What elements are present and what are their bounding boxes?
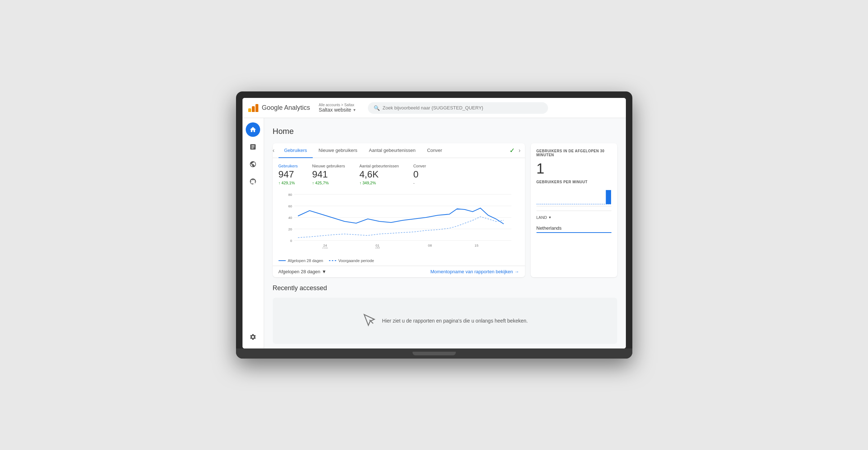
realtime-card: GEBRUIKERS IN DE AFGELOPEN 30 MINUTEN 1 … — [531, 143, 617, 277]
legend-current-label: Afgelopen 28 dagen — [288, 258, 323, 263]
legend-current: Afgelopen 28 dagen — [279, 258, 323, 263]
svg-text:20: 20 — [288, 228, 292, 231]
ga-logo-icon — [248, 104, 258, 112]
legend-previous-label: Voorgaande periode — [338, 258, 374, 263]
check-icon: ✓ — [509, 147, 515, 154]
legend-previous: Voorgaande periode — [329, 258, 374, 263]
tab-nieuwe-gebruikers[interactable]: Nieuwe gebruikers — [313, 143, 363, 158]
rt-per-minute-title: GEBRUIKERS PER MINUUT — [537, 180, 611, 184]
recently-accessed-empty-text: Hier ziet u de rapporten en pagina's die… — [382, 318, 528, 324]
chart-legend: Afgelopen 28 dagen Voorgaande periode — [273, 256, 525, 266]
search-icon: 🔍 — [374, 105, 380, 111]
metric-change-3: - — [413, 181, 426, 185]
report-link[interactable]: Momentopname van rapporten bekijken → — [430, 269, 519, 274]
metric-value-1: 941 — [312, 169, 345, 180]
rt-divider — [537, 211, 611, 211]
metric-change-0: ↑ 429,1% — [279, 181, 298, 185]
tab-conver[interactable]: Conver — [421, 143, 448, 158]
sidebar-item-advertising[interactable] — [246, 174, 260, 189]
breadcrumb: Alle accounts > Saltax Saltax website ▼ — [319, 103, 356, 113]
period-label: Afgelopen 28 dagen — [279, 269, 320, 274]
metric-gebeurtenissen: Aantal gebeurtenissen 4,6K ↑ 349,2% — [359, 164, 399, 185]
metric-label-0: Gebruikers — [279, 164, 298, 168]
svg-rect-17 — [606, 190, 611, 204]
chart-area: 80 60 40 20 0 24 sep 01 okt 08 — [273, 191, 525, 256]
nav-left-icon[interactable]: ‹ — [273, 146, 276, 155]
line-chart: 80 60 40 20 0 24 sep 01 okt 08 — [279, 191, 519, 248]
legend-line-dashed — [329, 260, 336, 261]
stats-tabs: ‹ Gebruikers Nieuwe gebruikers Aantal ge… — [273, 143, 525, 158]
chevron-down-icon-small: ▼ — [548, 216, 552, 219]
breadcrumb-main-label: Saltax website — [319, 107, 351, 113]
arrow-right-icon: → — [515, 269, 519, 274]
sidebar-item-settings[interactable] — [246, 330, 260, 344]
cursor-icon — [362, 312, 376, 329]
metric-conver: Conver 0 - — [413, 164, 426, 185]
rt-chart-svg — [537, 188, 611, 206]
app-title: Google Analytics — [262, 104, 310, 112]
svg-text:sep: sep — [322, 247, 328, 248]
sidebar-item-home[interactable] — [246, 122, 260, 137]
metric-change-1: ↑ 425,7% — [312, 181, 345, 185]
metric-value-3: 0 — [413, 169, 426, 180]
rt-land-text: LAND — [537, 215, 547, 220]
svg-text:40: 40 — [288, 216, 292, 220]
svg-text:15: 15 — [475, 244, 478, 247]
rt-title: GEBRUIKERS IN DE AFGELOPEN 30 MINUTEN — [537, 149, 611, 157]
laptop-frame: Google Analytics Alle accounts > Saltax … — [236, 91, 632, 359]
svg-text:60: 60 — [288, 204, 292, 208]
logo-area: Google Analytics — [248, 104, 310, 112]
metric-gebruikers: Gebruikers 947 ↑ 429,1% — [279, 164, 298, 185]
metric-label-1: Nieuwe gebruikers — [312, 164, 345, 168]
laptop-screen: Google Analytics Alle accounts > Saltax … — [242, 98, 626, 348]
metric-change-2: ↑ 349,2% — [359, 181, 399, 185]
svg-text:okt: okt — [375, 247, 380, 248]
laptop-notch — [413, 352, 456, 355]
svg-text:0: 0 — [290, 239, 292, 243]
nav-right-icon[interactable]: › — [517, 146, 522, 155]
breadcrumb-main[interactable]: Saltax website ▼ — [319, 107, 356, 113]
tab-gebruikers[interactable]: Gebruikers — [279, 143, 313, 158]
metric-value-0: 947 — [279, 169, 298, 180]
tab-aantal-gebeurtenissen[interactable]: Aantal gebeurtenissen — [363, 143, 421, 158]
main-layout: Home ‹ Gebruikers Nieuwe gebruikers — [242, 118, 626, 348]
svg-text:08: 08 — [428, 244, 432, 247]
recently-accessed-title: Recently accessed — [273, 284, 617, 292]
report-link-label: Momentopname van rapporten bekijken — [430, 269, 513, 274]
breadcrumb-top: Alle accounts > Saltax — [319, 103, 356, 107]
search-box: 🔍 — [368, 102, 548, 114]
sidebar-item-explore[interactable] — [246, 157, 260, 171]
sidebar-item-reports[interactable] — [246, 140, 260, 154]
app-header: Google Analytics Alle accounts > Saltax … — [242, 98, 626, 118]
recently-accessed-card: Hier ziet u de rapporten en pagina's die… — [273, 298, 617, 344]
laptop-base — [236, 348, 632, 359]
metric-value-2: 4,6K — [359, 169, 399, 180]
rt-land-label[interactable]: LAND ▼ — [537, 215, 611, 220]
svg-text:80: 80 — [288, 193, 292, 197]
chevron-down-icon: ▼ — [322, 269, 326, 274]
rt-mini-chart — [537, 188, 611, 206]
stats-main-card: ‹ Gebruikers Nieuwe gebruikers Aantal ge… — [273, 143, 525, 277]
legend-line-solid — [279, 260, 286, 261]
period-selector[interactable]: Afgelopen 28 dagen ▼ — [279, 269, 326, 274]
metric-label-3: Conver — [413, 164, 426, 168]
main-content: Home ‹ Gebruikers Nieuwe gebruikers — [264, 118, 626, 348]
metric-label-2: Aantal gebeurtenissen — [359, 164, 399, 168]
rt-count: 1 — [537, 161, 611, 176]
metric-nieuwe-gebruikers: Nieuwe gebruikers 941 ↑ 425,7% — [312, 164, 345, 185]
stats-metrics: Gebruikers 947 ↑ 429,1% Nieuwe gebruiker… — [273, 158, 525, 191]
sidebar — [242, 118, 264, 348]
search-input[interactable] — [383, 105, 542, 111]
rt-country-value: Netherlands — [537, 224, 611, 233]
chart-footer: Afgelopen 28 dagen ▼ Momentopname van ra… — [273, 266, 525, 277]
page-title: Home — [273, 127, 617, 136]
chevron-down-icon: ▼ — [353, 108, 356, 112]
stats-panel: ‹ Gebruikers Nieuwe gebruikers Aantal ge… — [273, 143, 617, 277]
